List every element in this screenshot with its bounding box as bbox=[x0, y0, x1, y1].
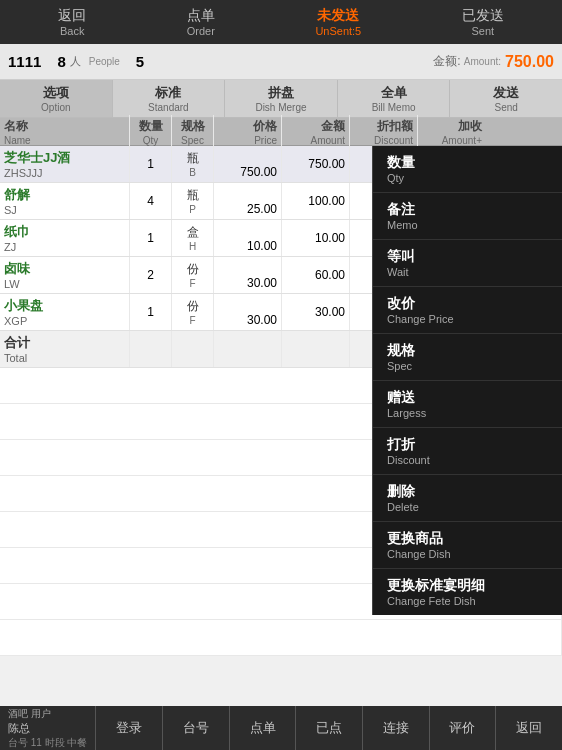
menu-item-0[interactable]: 数量Qty bbox=[373, 146, 562, 193]
cell-qty: 1 bbox=[130, 294, 172, 330]
menu-item-9[interactable]: 更换标准宴明细Change Fete Dish bbox=[373, 569, 562, 615]
tab-bill-memo-en: Bill Memo bbox=[372, 102, 416, 113]
order-en: Order bbox=[187, 25, 215, 37]
cell-price bbox=[214, 331, 282, 367]
bottom-left-info: 酒吧 用户 陈总 台号 11 时段 中餐 bbox=[0, 706, 96, 750]
col-header-amount: 金额 Amount bbox=[282, 115, 350, 149]
tab-dish-merge[interactable]: 拼盘 Dish Merge bbox=[225, 80, 338, 117]
cell-name: 舒解SJ bbox=[0, 183, 130, 219]
tab-standard-zh: 标准 bbox=[155, 84, 181, 102]
menu-item-5[interactable]: 赠送Largess bbox=[373, 381, 562, 428]
cell-spec: 瓶P bbox=[172, 183, 214, 219]
tab-option-zh: 选项 bbox=[43, 84, 69, 102]
sent-zh: 已发送 bbox=[462, 7, 504, 25]
tab-send-en: Send bbox=[494, 102, 517, 113]
people-en: People bbox=[89, 56, 120, 67]
menu-item-4[interactable]: 规格Spec bbox=[373, 334, 562, 381]
col-header-discount: 折扣额 Discount bbox=[350, 115, 418, 149]
cell-name: 卤味LW bbox=[0, 257, 130, 293]
cell-name: 纸巾ZJ bbox=[0, 220, 130, 256]
cell-qty: 1 bbox=[130, 146, 172, 182]
people-count: 8 bbox=[57, 53, 65, 70]
cell-price: 30.00 bbox=[214, 257, 282, 293]
col-header-price: 价格 Price bbox=[214, 115, 282, 149]
cell-amount: 100.00 bbox=[282, 183, 350, 219]
cell-price: 750.00 bbox=[214, 146, 282, 182]
column-headers: 名称 Name 数量 Qty 规格 Spec 价格 Price 金额 Amoun… bbox=[0, 118, 562, 146]
tab-option-en: Option bbox=[41, 102, 70, 113]
tab-bill-memo[interactable]: 全单 Bill Memo bbox=[338, 80, 451, 117]
menu-item-3[interactable]: 改价Change Price bbox=[373, 287, 562, 334]
tabs-row: 选项 Option 标准 Standard 拼盘 Dish Merge 全单 B… bbox=[0, 80, 562, 118]
cell-spec: 份F bbox=[172, 257, 214, 293]
bottom-bar-label: 酒吧 用户 bbox=[8, 707, 87, 721]
cell-qty: 2 bbox=[130, 257, 172, 293]
tab-bill-memo-zh: 全单 bbox=[381, 84, 407, 102]
top-header: 返回 Back 点单 Order 未发送 UnSent:5 已发送 Sent bbox=[0, 0, 562, 44]
cell-amount: 30.00 bbox=[282, 294, 350, 330]
cell-spec: 盒H bbox=[172, 220, 214, 256]
cell-price: 30.00 bbox=[214, 294, 282, 330]
people-section: 8 人 People bbox=[57, 53, 119, 70]
cell-amount: 750.00 bbox=[282, 146, 350, 182]
back-nav[interactable]: 返回 Back bbox=[58, 7, 86, 37]
bottom-btn-6[interactable]: 返回 bbox=[496, 706, 562, 750]
bottom-table-info: 台号 11 时段 中餐 bbox=[8, 736, 87, 750]
amount-value: 750.00 bbox=[505, 53, 554, 71]
bottom-btn-0[interactable]: 登录 bbox=[96, 706, 163, 750]
cell-name: 合计Total bbox=[0, 331, 130, 367]
menu-item-7[interactable]: 删除Delete bbox=[373, 475, 562, 522]
tab-standard-en: Standard bbox=[148, 102, 189, 113]
menu-item-6[interactable]: 打折Discount bbox=[373, 428, 562, 475]
order-zh: 点单 bbox=[187, 7, 215, 25]
col-header-qty: 数量 Qty bbox=[130, 115, 172, 149]
bottom-btn-4[interactable]: 连接 bbox=[363, 706, 430, 750]
cell-amount: 60.00 bbox=[282, 257, 350, 293]
item-count: 5 bbox=[136, 53, 144, 70]
cell-amount: 10.00 bbox=[282, 220, 350, 256]
cell-spec: 份F bbox=[172, 294, 214, 330]
cell-price: 25.00 bbox=[214, 183, 282, 219]
menu-item-8[interactable]: 更换商品Change Dish bbox=[373, 522, 562, 569]
col-header-name: 名称 Name bbox=[0, 115, 130, 149]
order-nav[interactable]: 点单 Order bbox=[187, 7, 215, 37]
amount-section: 金额: Amount: 750.00 bbox=[433, 53, 554, 71]
bottom-btn-1[interactable]: 台号 bbox=[163, 706, 230, 750]
tab-send-zh: 发送 bbox=[493, 84, 519, 102]
unsent-zh: 未发送 bbox=[317, 7, 359, 25]
cell-spec bbox=[172, 331, 214, 367]
bottom-btn-2[interactable]: 点单 bbox=[230, 706, 297, 750]
amount-label: 金额: Amount: bbox=[433, 53, 501, 70]
bottom-user-name: 陈总 bbox=[8, 721, 87, 736]
cell-spec: 瓶B bbox=[172, 146, 214, 182]
unsent-en: UnSent:5 bbox=[315, 25, 361, 37]
bottom-btn-3[interactable]: 已点 bbox=[296, 706, 363, 750]
menu-item-2[interactable]: 等叫Wait bbox=[373, 240, 562, 287]
tab-standard[interactable]: 标准 Standard bbox=[113, 80, 226, 117]
cell-qty bbox=[130, 331, 172, 367]
col-header-amountplus: 加收 Amount+ bbox=[418, 115, 486, 149]
table-content: 芝华士JJ酒ZHSJJJ1瓶B750.00750.000.000.00舒解SJ4… bbox=[0, 146, 562, 656]
menu-item-1[interactable]: 备注Memo bbox=[373, 193, 562, 240]
cell-name: 小果盘XGP bbox=[0, 294, 130, 330]
tab-send[interactable]: 发送 Send bbox=[450, 80, 562, 117]
cell-price: 10.00 bbox=[214, 220, 282, 256]
sent-en: Sent bbox=[471, 25, 494, 37]
cell-name: 芝华士JJ酒ZHSJJJ bbox=[0, 146, 130, 182]
back-zh: 返回 bbox=[58, 7, 86, 25]
empty-row bbox=[0, 620, 562, 656]
people-zh: 人 bbox=[70, 54, 81, 69]
bottom-btn-5[interactable]: 评价 bbox=[430, 706, 497, 750]
tab-dish-merge-en: Dish Merge bbox=[255, 102, 306, 113]
cell-qty: 1 bbox=[130, 220, 172, 256]
col-header-spec: 规格 Spec bbox=[172, 115, 214, 149]
bottom-bar: 酒吧 用户 陈总 台号 11 时段 中餐 登录台号点单已点连接评价返回 bbox=[0, 706, 562, 750]
bottom-buttons: 登录台号点单已点连接评价返回 bbox=[96, 706, 562, 750]
unsent-nav[interactable]: 未发送 UnSent:5 bbox=[315, 7, 361, 37]
cell-amount bbox=[282, 331, 350, 367]
sent-nav[interactable]: 已发送 Sent bbox=[462, 7, 504, 37]
tab-option[interactable]: 选项 Option bbox=[0, 80, 113, 117]
context-menu: 数量Qty备注Memo等叫Wait改价Change Price规格Spec赠送L… bbox=[372, 146, 562, 615]
tab-dish-merge-zh: 拼盘 bbox=[268, 84, 294, 102]
back-en: Back bbox=[60, 25, 84, 37]
